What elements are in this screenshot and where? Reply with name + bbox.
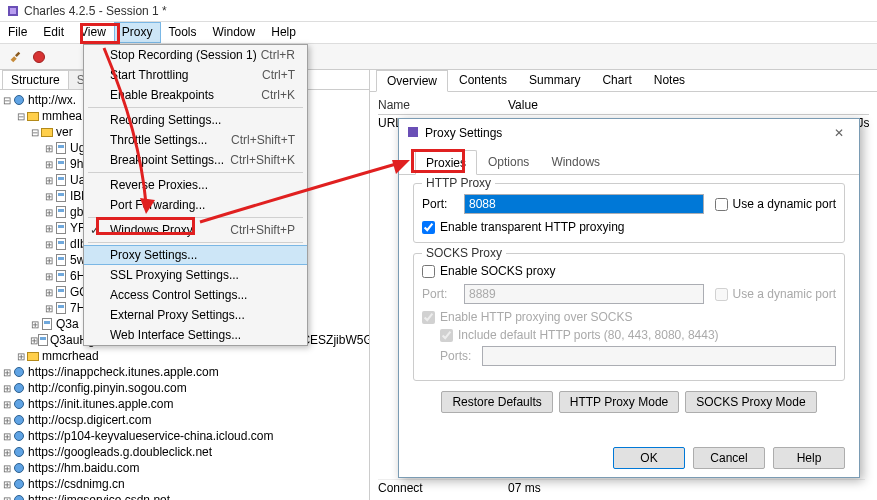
- file-icon: [54, 238, 68, 250]
- expand-icon[interactable]: ⊞: [2, 431, 12, 442]
- expand-icon[interactable]: ⊞: [2, 383, 12, 394]
- menu-item-label: SSL Proxying Settings...: [110, 268, 239, 282]
- menu-proxy[interactable]: Proxy: [114, 22, 161, 43]
- tool-record-icon[interactable]: [28, 46, 50, 68]
- menu-edit[interactable]: Edit: [35, 22, 72, 43]
- tree-host[interactable]: ⊞https://csdnimg.cn: [0, 476, 369, 492]
- dialog-tab-options[interactable]: Options: [477, 149, 540, 174]
- tree-host[interactable]: ⊞https://imgservice.csdn.net: [0, 492, 369, 500]
- tree-host[interactable]: ⊞https://googleads.g.doubleclick.net: [0, 444, 369, 460]
- menu-item[interactable]: External Proxy Settings...: [84, 305, 307, 325]
- file-icon: [54, 270, 68, 282]
- annotation-arrow-1: [100, 44, 170, 219]
- restore-defaults-button[interactable]: Restore Defaults: [441, 391, 552, 413]
- tree-folder[interactable]: ⊞mmcrhead: [0, 348, 369, 364]
- expand-icon[interactable]: ⊞: [44, 287, 54, 298]
- expand-icon[interactable]: ⊞: [44, 239, 54, 250]
- globe-icon: [12, 414, 26, 426]
- expand-icon[interactable]: ⊞: [2, 495, 12, 501]
- expand-icon[interactable]: ⊞: [44, 159, 54, 170]
- tree-host[interactable]: ⊞https://hm.baidu.com: [0, 460, 369, 476]
- proxy-settings-dialog: Proxy Settings ✕ Proxies Options Windows…: [398, 118, 860, 478]
- menu-tools[interactable]: Tools: [161, 22, 205, 43]
- tree-label: mmhea: [42, 109, 82, 123]
- expand-icon[interactable]: ⊟: [30, 127, 40, 138]
- tab-structure[interactable]: Structure: [2, 70, 69, 89]
- expand-icon[interactable]: ⊞: [44, 143, 54, 154]
- socks-enable-checkbox[interactable]: [422, 265, 435, 278]
- expand-icon[interactable]: ⊟: [2, 95, 12, 106]
- tree-host[interactable]: ⊞https://inappcheck.itunes.apple.com: [0, 364, 369, 380]
- expand-icon[interactable]: ⊞: [44, 271, 54, 282]
- file-icon: [54, 174, 68, 186]
- http-transparent-label: Enable transparent HTTP proxying: [440, 220, 625, 234]
- http-dynamic-checkbox[interactable]: [715, 198, 728, 211]
- expand-icon[interactable]: ⊞: [44, 207, 54, 218]
- http-port-input[interactable]: [464, 194, 704, 214]
- tab-contents[interactable]: Contents: [448, 70, 518, 91]
- ok-button[interactable]: OK: [613, 447, 685, 469]
- expand-icon[interactable]: ⊞: [2, 367, 12, 378]
- file-icon: [54, 254, 68, 266]
- socks-enable-label: Enable SOCKS proxy: [440, 264, 555, 278]
- expand-icon[interactable]: ⊞: [2, 479, 12, 490]
- tree-label: http://wx.: [28, 93, 76, 107]
- expand-icon[interactable]: ⊞: [2, 463, 12, 474]
- menu-item[interactable]: Access Control Settings...: [84, 285, 307, 305]
- menu-item[interactable]: Web Interface Settings...: [84, 325, 307, 345]
- menu-file[interactable]: File: [0, 22, 35, 43]
- expand-icon[interactable]: ⊞: [44, 175, 54, 186]
- tree-label: https://init.itunes.apple.com: [28, 397, 173, 411]
- http-mode-button[interactable]: HTTP Proxy Mode: [559, 391, 679, 413]
- file-icon: [54, 206, 68, 218]
- http-transparent-checkbox[interactable]: [422, 221, 435, 234]
- expand-icon[interactable]: ⊞: [2, 399, 12, 410]
- expand-icon[interactable]: ⊞: [44, 303, 54, 314]
- menubar: File Edit View Proxy Tools Window Help: [0, 22, 877, 44]
- socks-dynamic-label: Use a dynamic port: [733, 287, 836, 301]
- expand-icon[interactable]: ⊞: [44, 191, 54, 202]
- menu-window[interactable]: Window: [205, 22, 264, 43]
- expand-icon[interactable]: ⊞: [16, 351, 26, 362]
- menu-item[interactable]: Proxy Settings...: [84, 245, 307, 265]
- app-icon: [6, 4, 20, 18]
- close-icon[interactable]: ✕: [819, 126, 859, 140]
- globe-icon: [12, 478, 26, 490]
- svg-marker-3: [140, 198, 155, 214]
- menu-item-shortcut: Ctrl+R: [261, 48, 295, 62]
- tab-summary[interactable]: Summary: [518, 70, 591, 91]
- tree-label: Q3a: [56, 317, 79, 331]
- socks-port-label: Port:: [422, 287, 458, 301]
- tree-host[interactable]: ⊞https://init.itunes.apple.com: [0, 396, 369, 412]
- dialog-titlebar[interactable]: Proxy Settings ✕: [399, 119, 859, 147]
- expand-icon[interactable]: ⊞: [30, 319, 40, 330]
- tree-label: https://csdnimg.cn: [28, 477, 125, 491]
- svg-rect-1: [10, 8, 16, 14]
- tab-overview[interactable]: Overview: [376, 70, 448, 92]
- help-button[interactable]: Help: [773, 447, 845, 469]
- tree-host[interactable]: ⊞http://config.pinyin.sogou.com: [0, 380, 369, 396]
- socks-mode-button[interactable]: SOCKS Proxy Mode: [685, 391, 816, 413]
- folder-icon: [26, 110, 40, 122]
- tree-host[interactable]: ⊞https://p104-keyvalueservice-china.iclo…: [0, 428, 369, 444]
- expand-icon[interactable]: ⊞: [30, 335, 38, 346]
- dialog-tab-windows[interactable]: Windows: [540, 149, 611, 174]
- expand-icon[interactable]: ⊞: [44, 255, 54, 266]
- tab-chart[interactable]: Chart: [591, 70, 642, 91]
- menu-item[interactable]: SSL Proxying Settings...: [84, 265, 307, 285]
- expand-icon[interactable]: ⊞: [2, 447, 12, 458]
- file-icon: [54, 302, 68, 314]
- file-icon: [54, 142, 68, 154]
- menu-help[interactable]: Help: [263, 22, 304, 43]
- tool-broom-icon[interactable]: [4, 46, 26, 68]
- col-value-header: Value: [508, 98, 538, 112]
- socks-over-label: Enable HTTP proxying over SOCKS: [440, 310, 633, 324]
- expand-icon[interactable]: ⊞: [44, 223, 54, 234]
- right-tabs: Overview Contents Summary Chart Notes: [370, 70, 877, 92]
- expand-icon[interactable]: ⊟: [16, 111, 26, 122]
- expand-icon[interactable]: ⊞: [2, 415, 12, 426]
- socks-ports-input: [482, 346, 836, 366]
- tree-host[interactable]: ⊞http://ocsp.digicert.com: [0, 412, 369, 428]
- cancel-button[interactable]: Cancel: [693, 447, 765, 469]
- tab-notes[interactable]: Notes: [643, 70, 696, 91]
